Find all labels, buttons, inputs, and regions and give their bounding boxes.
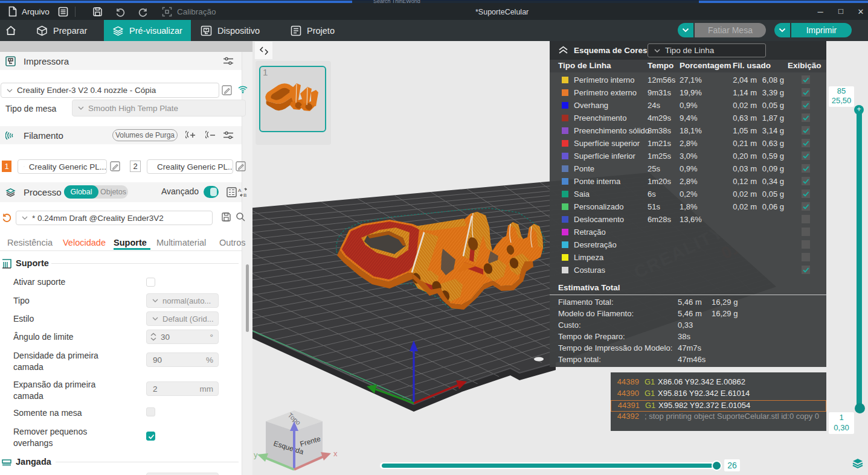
svg-text:B: B — [243, 193, 246, 197]
svg-text:y: y — [254, 450, 258, 459]
svg-text:x: x — [333, 449, 338, 458]
svg-text:A: A — [238, 188, 242, 193]
